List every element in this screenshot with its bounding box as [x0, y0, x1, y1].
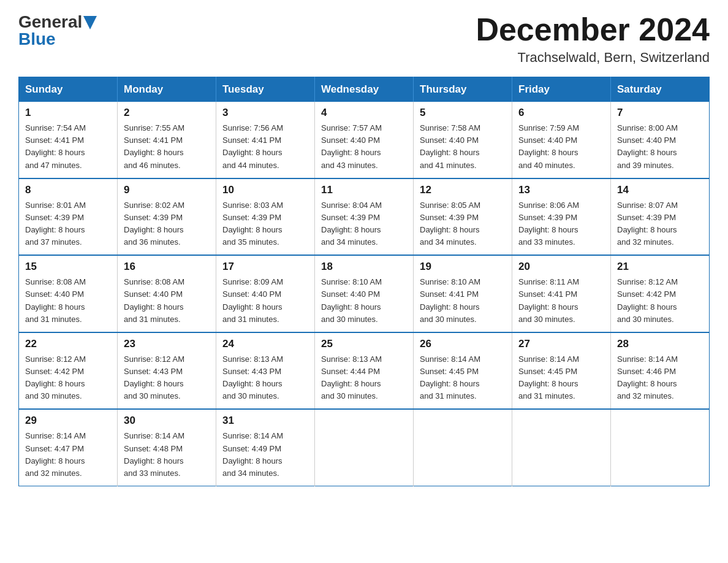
- table-row: 24 Sunrise: 8:13 AM Sunset: 4:43 PM Dayl…: [216, 332, 315, 410]
- day-info: Sunrise: 8:10 AM Sunset: 4:41 PM Dayligh…: [420, 276, 506, 326]
- day-info: Sunrise: 7:59 AM Sunset: 4:40 PM Dayligh…: [518, 122, 604, 172]
- logo-general: General: [18, 13, 82, 31]
- day-number: 3: [222, 107, 308, 119]
- day-info: Sunrise: 8:14 AM Sunset: 4:49 PM Dayligh…: [222, 430, 308, 480]
- day-number: 16: [124, 261, 210, 273]
- day-number: 26: [420, 338, 506, 350]
- page-header: General Blue December 2024 Trachselwald,…: [18, 12, 710, 66]
- day-number: 1: [25, 107, 111, 119]
- calendar-header-row: Sunday Monday Tuesday Wednesday Thursday…: [19, 77, 710, 102]
- day-info: Sunrise: 8:10 AM Sunset: 4:40 PM Dayligh…: [321, 276, 407, 326]
- col-friday: Friday: [512, 77, 611, 102]
- calendar-week-row: 29 Sunrise: 8:14 AM Sunset: 4:47 PM Dayl…: [19, 409, 710, 486]
- day-info: Sunrise: 8:01 AM Sunset: 4:39 PM Dayligh…: [25, 199, 111, 249]
- month-title: December 2024: [476, 12, 710, 47]
- day-info: Sunrise: 8:12 AM Sunset: 4:42 PM Dayligh…: [617, 276, 703, 326]
- table-row: 10 Sunrise: 8:03 AM Sunset: 4:39 PM Dayl…: [216, 178, 315, 256]
- day-info: Sunrise: 8:04 AM Sunset: 4:39 PM Dayligh…: [321, 199, 407, 249]
- day-number: 13: [518, 184, 604, 196]
- calendar-table: Sunday Monday Tuesday Wednesday Thursday…: [18, 77, 710, 486]
- day-number: 30: [124, 415, 210, 427]
- table-row: [315, 409, 414, 486]
- day-info: Sunrise: 8:05 AM Sunset: 4:39 PM Dayligh…: [420, 199, 506, 249]
- day-info: Sunrise: 8:13 AM Sunset: 4:43 PM Dayligh…: [222, 353, 308, 403]
- table-row: 14 Sunrise: 8:07 AM Sunset: 4:39 PM Dayl…: [611, 178, 710, 256]
- table-row: 11 Sunrise: 8:04 AM Sunset: 4:39 PM Dayl…: [315, 178, 414, 256]
- table-row: 19 Sunrise: 8:10 AM Sunset: 4:41 PM Dayl…: [414, 255, 512, 332]
- table-row: 26 Sunrise: 8:14 AM Sunset: 4:45 PM Dayl…: [414, 332, 512, 410]
- table-row: [414, 409, 512, 486]
- day-info: Sunrise: 7:55 AM Sunset: 4:41 PM Dayligh…: [124, 122, 210, 172]
- day-number: 15: [25, 261, 111, 273]
- day-number: 18: [321, 261, 407, 273]
- day-number: 31: [222, 415, 308, 427]
- logo: General Blue: [18, 12, 97, 49]
- day-number: 5: [420, 107, 506, 119]
- col-tuesday: Tuesday: [216, 77, 315, 102]
- col-saturday: Saturday: [611, 77, 710, 102]
- table-row: 7 Sunrise: 8:00 AM Sunset: 4:40 PM Dayli…: [611, 102, 710, 178]
- day-info: Sunrise: 7:57 AM Sunset: 4:40 PM Dayligh…: [321, 122, 407, 172]
- day-info: Sunrise: 8:02 AM Sunset: 4:39 PM Dayligh…: [124, 199, 210, 249]
- day-info: Sunrise: 8:14 AM Sunset: 4:46 PM Dayligh…: [617, 353, 703, 403]
- location: Trachselwald, Bern, Switzerland: [476, 50, 710, 66]
- day-info: Sunrise: 8:11 AM Sunset: 4:41 PM Dayligh…: [518, 276, 604, 326]
- table-row: 2 Sunrise: 7:55 AM Sunset: 4:41 PM Dayli…: [118, 102, 216, 178]
- day-number: 11: [321, 184, 407, 196]
- table-row: 5 Sunrise: 7:58 AM Sunset: 4:40 PM Dayli…: [414, 102, 512, 178]
- table-row: 22 Sunrise: 8:12 AM Sunset: 4:42 PM Dayl…: [19, 332, 118, 410]
- table-row: [512, 409, 611, 486]
- day-info: Sunrise: 8:14 AM Sunset: 4:48 PM Dayligh…: [124, 430, 210, 480]
- col-monday: Monday: [118, 77, 216, 102]
- day-number: 23: [124, 338, 210, 350]
- day-number: 17: [222, 261, 308, 273]
- day-number: 6: [518, 107, 604, 119]
- day-number: 9: [124, 184, 210, 196]
- table-row: 23 Sunrise: 8:12 AM Sunset: 4:43 PM Dayl…: [118, 332, 216, 410]
- day-info: Sunrise: 8:12 AM Sunset: 4:43 PM Dayligh…: [124, 353, 210, 403]
- title-block: December 2024 Trachselwald, Bern, Switze…: [476, 12, 710, 66]
- table-row: 25 Sunrise: 8:13 AM Sunset: 4:44 PM Dayl…: [315, 332, 414, 410]
- calendar-week-row: 15 Sunrise: 8:08 AM Sunset: 4:40 PM Dayl…: [19, 255, 710, 332]
- table-row: 20 Sunrise: 8:11 AM Sunset: 4:41 PM Dayl…: [512, 255, 611, 332]
- day-info: Sunrise: 8:07 AM Sunset: 4:39 PM Dayligh…: [617, 199, 703, 249]
- table-row: 15 Sunrise: 8:08 AM Sunset: 4:40 PM Dayl…: [19, 255, 118, 332]
- table-row: 16 Sunrise: 8:08 AM Sunset: 4:40 PM Dayl…: [118, 255, 216, 332]
- day-number: 22: [25, 338, 111, 350]
- day-number: 14: [617, 184, 703, 196]
- logo-blue: Blue: [18, 29, 56, 49]
- day-number: 28: [617, 338, 703, 350]
- day-info: Sunrise: 8:00 AM Sunset: 4:40 PM Dayligh…: [617, 122, 703, 172]
- day-info: Sunrise: 8:12 AM Sunset: 4:42 PM Dayligh…: [25, 353, 111, 403]
- calendar-week-row: 22 Sunrise: 8:12 AM Sunset: 4:42 PM Dayl…: [19, 332, 710, 410]
- col-sunday: Sunday: [19, 77, 118, 102]
- table-row: 12 Sunrise: 8:05 AM Sunset: 4:39 PM Dayl…: [414, 178, 512, 256]
- day-info: Sunrise: 8:13 AM Sunset: 4:44 PM Dayligh…: [321, 353, 407, 403]
- day-number: 29: [25, 415, 111, 427]
- col-wednesday: Wednesday: [315, 77, 414, 102]
- table-row: 17 Sunrise: 8:09 AM Sunset: 4:40 PM Dayl…: [216, 255, 315, 332]
- day-info: Sunrise: 8:14 AM Sunset: 4:47 PM Dayligh…: [25, 430, 111, 480]
- col-thursday: Thursday: [414, 77, 512, 102]
- table-row: [611, 409, 710, 486]
- calendar-week-row: 1 Sunrise: 7:54 AM Sunset: 4:41 PM Dayli…: [19, 102, 710, 178]
- table-row: 4 Sunrise: 7:57 AM Sunset: 4:40 PM Dayli…: [315, 102, 414, 178]
- day-info: Sunrise: 8:03 AM Sunset: 4:39 PM Dayligh…: [222, 199, 308, 249]
- day-number: 20: [518, 261, 604, 273]
- logo-arrow-icon: [83, 16, 97, 29]
- table-row: 30 Sunrise: 8:14 AM Sunset: 4:48 PM Dayl…: [118, 409, 216, 486]
- day-number: 7: [617, 107, 703, 119]
- table-row: 27 Sunrise: 8:14 AM Sunset: 4:45 PM Dayl…: [512, 332, 611, 410]
- day-number: 4: [321, 107, 407, 119]
- table-row: 29 Sunrise: 8:14 AM Sunset: 4:47 PM Dayl…: [19, 409, 118, 486]
- svg-marker-0: [83, 16, 97, 29]
- day-info: Sunrise: 8:14 AM Sunset: 4:45 PM Dayligh…: [518, 353, 604, 403]
- table-row: 28 Sunrise: 8:14 AM Sunset: 4:46 PM Dayl…: [611, 332, 710, 410]
- table-row: 13 Sunrise: 8:06 AM Sunset: 4:39 PM Dayl…: [512, 178, 611, 256]
- day-number: 27: [518, 338, 604, 350]
- day-info: Sunrise: 8:06 AM Sunset: 4:39 PM Dayligh…: [518, 199, 604, 249]
- day-info: Sunrise: 8:09 AM Sunset: 4:40 PM Dayligh…: [222, 276, 308, 326]
- day-number: 2: [124, 107, 210, 119]
- day-number: 21: [617, 261, 703, 273]
- day-number: 8: [25, 184, 111, 196]
